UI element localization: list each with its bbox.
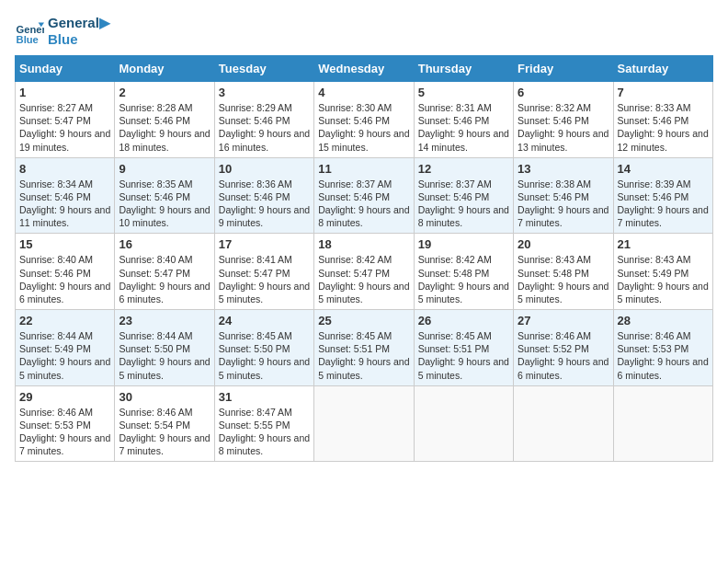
- day-number: 22: [19, 314, 110, 327]
- day-number: 1: [19, 86, 110, 99]
- day-number: 19: [418, 237, 509, 251]
- day-number: 17: [219, 237, 310, 251]
- day-info: Sunrise: 8:27 AM Sunset: 5:47 PM Dayligh…: [19, 101, 110, 154]
- calendar-cell: 6 Sunrise: 8:32 AM Sunset: 5:46 PM Dayli…: [514, 82, 613, 158]
- calendar-cell: 14 Sunrise: 8:39 AM Sunset: 5:46 PM Dayl…: [613, 157, 712, 234]
- day-info: Sunrise: 8:46 AM Sunset: 5:52 PM Dayligh…: [518, 329, 609, 382]
- day-info: Sunrise: 8:37 AM Sunset: 5:46 PM Dayligh…: [418, 178, 509, 230]
- calendar-cell: [314, 385, 414, 462]
- day-header-sunday: Sunday: [16, 56, 115, 82]
- day-number: 9: [119, 162, 210, 176]
- day-info: Sunrise: 8:45 AM Sunset: 5:51 PM Dayligh…: [418, 329, 509, 382]
- calendar-cell: 26 Sunrise: 8:45 AM Sunset: 5:51 PM Dayl…: [414, 310, 513, 386]
- calendar-cell: 13 Sunrise: 8:38 AM Sunset: 5:46 PM Dayl…: [514, 157, 613, 234]
- calendar-cell: 8 Sunrise: 8:34 AM Sunset: 5:46 PM Dayli…: [16, 157, 115, 234]
- calendar-cell: 3 Sunrise: 8:29 AM Sunset: 5:46 PM Dayli…: [214, 82, 313, 158]
- day-info: Sunrise: 8:42 AM Sunset: 5:48 PM Dayligh…: [418, 253, 509, 305]
- day-number: 10: [219, 162, 310, 176]
- day-number: 6: [518, 86, 609, 99]
- svg-text:General: General: [17, 24, 44, 35]
- calendar-cell: 4 Sunrise: 8:30 AM Sunset: 5:46 PM Dayli…: [314, 82, 414, 158]
- day-number: 13: [518, 162, 609, 176]
- calendar-week-row: 1 Sunrise: 8:27 AM Sunset: 5:47 PM Dayli…: [16, 82, 713, 158]
- calendar-cell: 24 Sunrise: 8:45 AM Sunset: 5:50 PM Dayl…: [214, 310, 313, 386]
- day-header-wednesday: Wednesday: [314, 56, 414, 82]
- calendar-cell: 31 Sunrise: 8:47 AM Sunset: 5:55 PM Dayl…: [214, 385, 313, 462]
- day-info: Sunrise: 8:35 AM Sunset: 5:46 PM Dayligh…: [119, 178, 210, 230]
- day-info: Sunrise: 8:30 AM Sunset: 5:46 PM Dayligh…: [318, 101, 409, 154]
- logo-icon: General Blue: [15, 17, 44, 46]
- day-number: 5: [418, 86, 509, 99]
- day-info: Sunrise: 8:44 AM Sunset: 5:49 PM Dayligh…: [19, 329, 110, 382]
- calendar-week-row: 22 Sunrise: 8:44 AM Sunset: 5:49 PM Dayl…: [16, 310, 713, 386]
- day-number: 30: [119, 390, 210, 404]
- day-info: Sunrise: 8:46 AM Sunset: 5:53 PM Dayligh…: [618, 329, 709, 382]
- calendar-cell: 20 Sunrise: 8:43 AM Sunset: 5:48 PM Dayl…: [514, 234, 613, 310]
- day-info: Sunrise: 8:38 AM Sunset: 5:46 PM Dayligh…: [518, 178, 609, 230]
- day-info: Sunrise: 8:42 AM Sunset: 5:47 PM Dayligh…: [318, 253, 409, 305]
- day-number: 27: [518, 314, 609, 327]
- day-number: 25: [318, 314, 409, 327]
- day-info: Sunrise: 8:29 AM Sunset: 5:46 PM Dayligh…: [219, 101, 310, 154]
- day-info: Sunrise: 8:43 AM Sunset: 5:48 PM Dayligh…: [518, 253, 609, 305]
- calendar-cell: 5 Sunrise: 8:31 AM Sunset: 5:46 PM Dayli…: [414, 82, 513, 158]
- day-number: 29: [19, 390, 110, 404]
- calendar-cell: 29 Sunrise: 8:46 AM Sunset: 5:53 PM Dayl…: [16, 385, 115, 462]
- day-number: 12: [418, 162, 509, 176]
- calendar-cell: 28 Sunrise: 8:46 AM Sunset: 5:53 PM Dayl…: [613, 310, 712, 386]
- calendar-week-row: 15 Sunrise: 8:40 AM Sunset: 5:46 PM Dayl…: [16, 234, 713, 310]
- calendar-cell: [613, 385, 712, 462]
- calendar-cell: 2 Sunrise: 8:28 AM Sunset: 5:46 PM Dayli…: [115, 82, 214, 158]
- calendar-week-row: 8 Sunrise: 8:34 AM Sunset: 5:46 PM Dayli…: [16, 157, 713, 234]
- logo-line1: General▶: [48, 15, 110, 31]
- svg-text:Blue: Blue: [17, 34, 39, 45]
- day-header-saturday: Saturday: [613, 56, 712, 82]
- calendar-cell: 27 Sunrise: 8:46 AM Sunset: 5:52 PM Dayl…: [514, 310, 613, 386]
- day-info: Sunrise: 8:28 AM Sunset: 5:46 PM Dayligh…: [119, 101, 210, 154]
- calendar-week-row: 29 Sunrise: 8:46 AM Sunset: 5:53 PM Dayl…: [16, 385, 713, 462]
- day-info: Sunrise: 8:39 AM Sunset: 5:46 PM Dayligh…: [618, 178, 709, 230]
- calendar-cell: 22 Sunrise: 8:44 AM Sunset: 5:49 PM Dayl…: [16, 310, 115, 386]
- calendar-cell: 21 Sunrise: 8:43 AM Sunset: 5:49 PM Dayl…: [613, 234, 712, 310]
- calendar-cell: [514, 385, 613, 462]
- calendar-cell: 19 Sunrise: 8:42 AM Sunset: 5:48 PM Dayl…: [414, 234, 513, 310]
- calendar-cell: 9 Sunrise: 8:35 AM Sunset: 5:46 PM Dayli…: [115, 157, 214, 234]
- day-info: Sunrise: 8:34 AM Sunset: 5:46 PM Dayligh…: [19, 178, 110, 230]
- day-header-thursday: Thursday: [414, 56, 513, 82]
- day-info: Sunrise: 8:46 AM Sunset: 5:53 PM Dayligh…: [19, 406, 110, 458]
- calendar-header-row: SundayMondayTuesdayWednesdayThursdayFrid…: [16, 56, 713, 82]
- day-info: Sunrise: 8:43 AM Sunset: 5:49 PM Dayligh…: [618, 253, 709, 305]
- day-header-friday: Friday: [514, 56, 613, 82]
- logo-line2: Blue: [48, 31, 110, 48]
- day-number: 23: [119, 314, 210, 327]
- calendar-cell: 16 Sunrise: 8:40 AM Sunset: 5:47 PM Dayl…: [115, 234, 214, 310]
- calendar-cell: 10 Sunrise: 8:36 AM Sunset: 5:46 PM Dayl…: [214, 157, 313, 234]
- calendar-cell: 30 Sunrise: 8:46 AM Sunset: 5:54 PM Dayl…: [115, 385, 214, 462]
- day-number: 28: [618, 314, 709, 327]
- day-info: Sunrise: 8:41 AM Sunset: 5:47 PM Dayligh…: [219, 253, 310, 305]
- logo: General Blue General▶ Blue: [15, 15, 110, 48]
- day-info: Sunrise: 8:31 AM Sunset: 5:46 PM Dayligh…: [418, 101, 509, 154]
- page-header: General Blue General▶ Blue: [15, 15, 713, 48]
- day-info: Sunrise: 8:33 AM Sunset: 5:46 PM Dayligh…: [618, 101, 709, 154]
- day-number: 14: [618, 162, 709, 176]
- day-number: 20: [518, 237, 609, 251]
- day-info: Sunrise: 8:37 AM Sunset: 5:46 PM Dayligh…: [318, 178, 409, 230]
- day-info: Sunrise: 8:45 AM Sunset: 5:51 PM Dayligh…: [318, 329, 409, 382]
- day-header-monday: Monday: [115, 56, 214, 82]
- day-number: 4: [318, 86, 409, 99]
- day-number: 2: [119, 86, 210, 99]
- day-number: 18: [318, 237, 409, 251]
- calendar-cell: 15 Sunrise: 8:40 AM Sunset: 5:46 PM Dayl…: [16, 234, 115, 310]
- calendar-cell: 18 Sunrise: 8:42 AM Sunset: 5:47 PM Dayl…: [314, 234, 414, 310]
- calendar-cell: [414, 385, 513, 462]
- day-number: 8: [19, 162, 110, 176]
- calendar-cell: 17 Sunrise: 8:41 AM Sunset: 5:47 PM Dayl…: [214, 234, 313, 310]
- calendar-cell: 11 Sunrise: 8:37 AM Sunset: 5:46 PM Dayl…: [314, 157, 414, 234]
- calendar-cell: 23 Sunrise: 8:44 AM Sunset: 5:50 PM Dayl…: [115, 310, 214, 386]
- day-number: 15: [19, 237, 110, 251]
- calendar-cell: 25 Sunrise: 8:45 AM Sunset: 5:51 PM Dayl…: [314, 310, 414, 386]
- day-number: 3: [219, 86, 310, 99]
- day-info: Sunrise: 8:32 AM Sunset: 5:46 PM Dayligh…: [518, 101, 609, 154]
- day-number: 11: [318, 162, 409, 176]
